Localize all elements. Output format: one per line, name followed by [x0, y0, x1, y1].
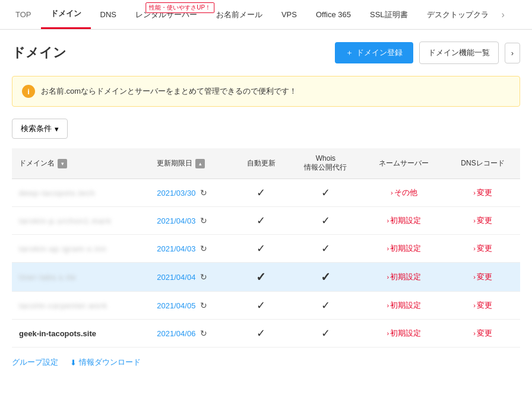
- domain-name-blurred: deep-tacopots.tech: [19, 189, 96, 197]
- expiry-date-cell: 2021/03/30 ↻: [150, 179, 233, 207]
- add-domain-label: ドメイン登録: [356, 47, 403, 58]
- whois-check: ✓: [321, 215, 330, 227]
- auto-renew-cell: ✓: [233, 263, 289, 292]
- whois-cell: ✓: [289, 320, 362, 348]
- nav-item-dns[interactable]: DNS: [91, 2, 126, 27]
- add-domain-button[interactable]: ＋ ドメイン登録: [335, 42, 413, 63]
- nav-item-vps[interactable]: VPS: [272, 2, 306, 27]
- auto-renew-cell: ✓: [233, 292, 289, 320]
- nav-item-office365[interactable]: Office 365: [306, 2, 360, 27]
- th-expiry-date: 更新期限日 ▴: [150, 148, 233, 179]
- nav-label-office365: Office 365: [316, 10, 351, 19]
- auto-renew-check: ✓: [256, 187, 265, 199]
- header-actions: ＋ ドメイン登録 ドメイン機能一覧 ›: [335, 42, 520, 64]
- nav-item-domain[interactable]: ドメイン: [41, 0, 91, 29]
- expiry-date[interactable]: 2021/04/05: [157, 301, 195, 310]
- download-label: 情報ダウンロード: [79, 357, 141, 368]
- refresh-icon[interactable]: ↻: [198, 329, 207, 338]
- nameserver-cell: ›その他: [362, 179, 445, 207]
- main-content: ドメイン ＋ ドメイン登録 ドメイン機能一覧 › i お名前.comならドメイン…: [0, 30, 532, 380]
- nav-item-rental-server[interactable]: 性能・使いやすさUP！ レンタルサーバー: [126, 1, 207, 28]
- auto-renew-cell: ✓: [233, 235, 289, 263]
- table-body: deep-tacopots.tech2021/03/30 ↻✓✓›その他›変更t…: [12, 179, 520, 348]
- nameserver-link[interactable]: ›初期設定: [387, 329, 421, 337]
- domain-name-cell: liner-labs.s.ite: [12, 263, 150, 292]
- dns-change-link[interactable]: ›変更: [473, 216, 492, 225]
- nav-label-vps: VPS: [281, 10, 297, 19]
- refresh-icon[interactable]: ↻: [198, 272, 207, 282]
- auto-renew-cell: ✓: [233, 207, 289, 235]
- expiry-filter-button[interactable]: ▴: [195, 159, 205, 168]
- nameserver-cell: ›初期設定: [362, 292, 445, 320]
- dns-record-cell: ›変更: [445, 263, 520, 292]
- auto-renew-cell: ✓: [233, 179, 289, 207]
- search-bar: 検索条件 ▾: [12, 119, 520, 139]
- download-link[interactable]: ⬇ 情報ダウンロード: [70, 357, 141, 368]
- expiry-date[interactable]: 2021/04/03: [157, 216, 195, 225]
- expiry-date[interactable]: 2021/04/06: [157, 329, 195, 338]
- page-title: ドメイン: [12, 44, 66, 62]
- dns-record-cell: ›変更: [445, 292, 520, 320]
- auto-renew-check: ✓: [256, 327, 265, 339]
- dropdown-icon: ▾: [55, 125, 59, 133]
- whois-check: ✓: [321, 270, 331, 283]
- nav-scroll-right[interactable]: ›: [498, 1, 508, 28]
- refresh-icon[interactable]: ↻: [198, 244, 207, 253]
- auto-renew-check: ✓: [256, 299, 265, 311]
- whois-check: ✓: [321, 187, 330, 199]
- dns-change-link[interactable]: ›変更: [473, 272, 492, 281]
- whois-check: ✓: [321, 327, 330, 339]
- nameserver-link[interactable]: ›初期設定: [387, 272, 421, 281]
- th-whois: Whois 情報公開代行: [289, 148, 362, 179]
- nav-item-email[interactable]: お名前メール: [207, 1, 272, 28]
- domain-filter-button[interactable]: ▾: [58, 159, 67, 168]
- expiry-date-cell: 2021/04/06 ↻: [150, 320, 233, 348]
- nameserver-link[interactable]: ›初期設定: [387, 216, 421, 225]
- whois-check: ✓: [321, 243, 330, 254]
- refresh-icon[interactable]: ↻: [198, 301, 207, 310]
- nameserver-cell: ›初期設定: [362, 207, 445, 235]
- expiry-date-cell: 2021/04/03 ↻: [150, 235, 233, 263]
- domain-name-link[interactable]: geek-in-tacopots.site: [19, 329, 96, 338]
- table-row: tacolm-carpenter.work2021/04/05 ↻✓✓›初期設定…: [12, 292, 520, 320]
- nav-item-desktop[interactable]: デスクトップクラ: [417, 1, 498, 28]
- nav-item-top[interactable]: TOP: [6, 2, 41, 27]
- domain-name-blurred: tacolm-carpenter.work: [19, 301, 107, 310]
- dns-record-cell: ›変更: [445, 207, 520, 235]
- nav-label-ssl: SSL証明書: [370, 10, 408, 19]
- nav-label-top: TOP: [15, 10, 31, 19]
- domain-features-button[interactable]: ドメイン機能一覧: [419, 42, 499, 64]
- whois-cell: ✓: [289, 179, 362, 207]
- plus-icon: ＋: [346, 47, 353, 58]
- domain-name-blurred: tarokin-ap.igram-s.inn: [19, 244, 107, 253]
- table-row: deep-tacopots.tech2021/03/30 ↻✓✓›その他›変更: [12, 179, 520, 207]
- nav-item-ssl[interactable]: SSL証明書: [360, 1, 417, 28]
- dns-record-cell: ›変更: [445, 235, 520, 263]
- nameserver-link[interactable]: ›その他: [391, 188, 417, 197]
- table-row: geek-in-tacopots.site2021/04/06 ↻✓✓›初期設定…: [12, 320, 520, 348]
- dns-change-link[interactable]: ›変更: [473, 244, 492, 253]
- dns-change-link[interactable]: ›変更: [473, 329, 492, 337]
- refresh-icon[interactable]: ↻: [198, 188, 207, 197]
- table-row: tarokin-p.urchon1.mark2021/04/03 ↻✓✓›初期設…: [12, 207, 520, 235]
- nameserver-link[interactable]: ›初期設定: [387, 244, 421, 253]
- nameserver-link[interactable]: ›初期設定: [387, 301, 421, 310]
- dns-record-cell: ›変更: [445, 179, 520, 207]
- search-condition-button[interactable]: 検索条件 ▾: [12, 119, 68, 139]
- page-header: ドメイン ＋ ドメイン登録 ドメイン機能一覧 ›: [12, 42, 520, 64]
- search-label: 検索条件: [21, 123, 52, 134]
- domain-name-cell: tarokin-p.urchon1.mark: [12, 207, 150, 235]
- domain-name-cell: tarokin-ap.igram-s.inn: [12, 235, 150, 263]
- expiry-date[interactable]: 2021/03/30: [157, 189, 195, 197]
- expiry-date[interactable]: 2021/04/03: [157, 244, 195, 253]
- th-auto-renew: 自動更新: [233, 148, 289, 179]
- dns-change-link[interactable]: ›変更: [473, 301, 492, 310]
- table-row: tarokin-ap.igram-s.inn2021/04/03 ↻✓✓›初期設…: [12, 235, 520, 263]
- expiry-date[interactable]: 2021/04/04: [157, 273, 195, 282]
- more-button[interactable]: ›: [505, 43, 520, 63]
- group-settings-link[interactable]: グループ設定: [12, 357, 58, 368]
- auto-renew-check: ✓: [256, 215, 265, 227]
- expiry-date-cell: 2021/04/04 ↻: [150, 263, 233, 292]
- dns-change-link[interactable]: ›変更: [473, 188, 492, 197]
- refresh-icon[interactable]: ↻: [198, 216, 207, 225]
